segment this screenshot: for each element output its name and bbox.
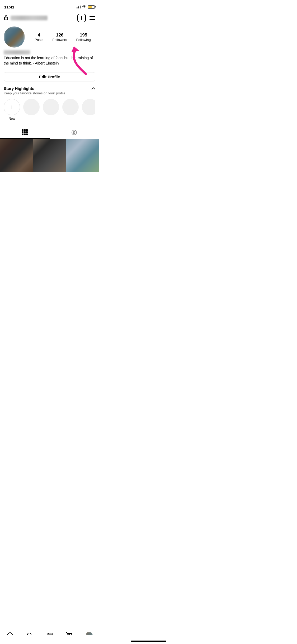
header-right [77,14,95,22]
highlights-circles: + New [4,99,95,121]
highlights-title: Story Highlights [4,86,34,91]
highlights-section: Story Highlights Keep your favorite stor… [0,85,99,122]
posts-stat[interactable]: 4 Posts [35,33,43,42]
highlight-circle-2[interactable] [43,99,59,115]
status-time: 11:41 [4,5,14,9]
chevron-up-icon[interactable] [92,86,95,91]
hamburger-menu-button[interactable] [89,16,95,20]
posts-grid [0,139,99,172]
header-left [4,15,77,21]
following-count: 195 [80,33,87,38]
svg-rect-0 [4,17,8,20]
posts-count: 4 [38,33,40,38]
highlight-2[interactable] [43,99,59,121]
new-circle[interactable]: + [4,99,20,115]
followers-stat[interactable]: 126 Followers [52,33,67,42]
display-name [4,50,30,54]
wifi-icon [82,5,86,9]
following-stat[interactable]: 195 Following [76,33,91,42]
tag-icon [71,129,77,136]
username-text [11,16,48,20]
post-item-1[interactable] [0,139,33,172]
post-image-1 [0,139,33,172]
followers-label: Followers [52,38,67,42]
profile-header [0,12,99,24]
content-tab-bar [0,126,99,139]
svg-rect-4 [72,130,77,135]
bio-text: Education is not the learning of facts b… [4,56,95,66]
status-icons [76,5,95,9]
bio-section: Education is not the learning of facts b… [4,50,95,66]
post-image-3 [66,139,99,172]
lock-icon [4,15,8,21]
new-label: New [9,117,15,121]
highlight-circle-1[interactable] [23,99,40,115]
plus-icon: + [10,103,14,111]
highlights-header: Story Highlights [4,86,95,91]
highlight-3[interactable] [62,99,79,121]
highlights-subtitle: Keep your favorite stories on your profi… [4,91,95,95]
status-bar: 11:41 [0,0,99,12]
stats-container: 4 Posts 126 Followers 195 Following [30,33,95,42]
profile-top: 4 Posts 126 Followers 195 Following [4,26,95,48]
followers-count: 126 [56,33,63,38]
add-content-button[interactable] [77,14,86,22]
new-highlight-button[interactable]: + New [4,99,20,121]
avatar-image [4,26,25,48]
grid-icon [22,129,28,135]
highlight-1[interactable] [23,99,40,121]
posts-label: Posts [35,38,43,42]
avatar[interactable] [4,26,25,48]
signal-icon [76,5,81,8]
highlight-circle-3[interactable] [62,99,79,115]
tab-grid[interactable] [0,126,50,139]
tab-tagged[interactable] [50,126,99,139]
edit-profile-button[interactable]: Edit Profile [4,72,95,81]
svg-point-5 [73,131,75,133]
highlight-circle-4[interactable] [82,99,95,115]
post-image-2 [33,139,66,172]
post-item-2[interactable] [33,139,66,172]
highlight-4[interactable] [82,99,95,121]
profile-section: 4 Posts 126 Followers 195 Following Educ… [0,24,99,69]
battery-icon [88,5,95,9]
following-label: Following [76,38,91,42]
post-item-3[interactable] [66,139,99,172]
